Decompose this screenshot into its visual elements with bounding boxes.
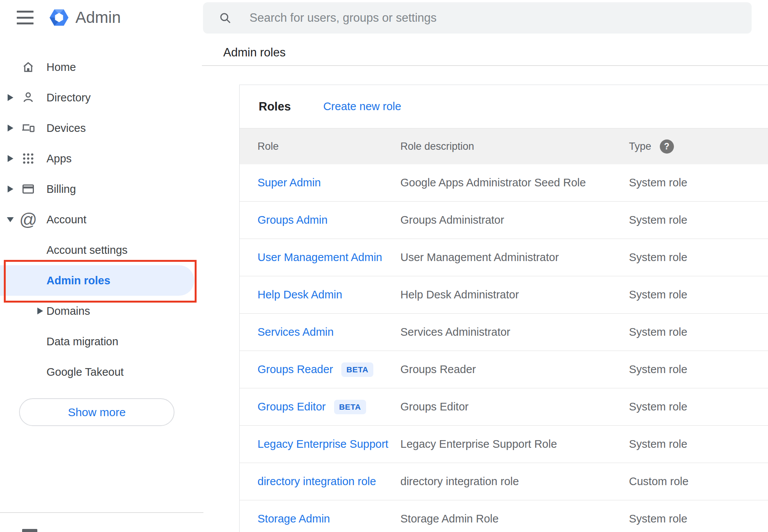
sidebar-item-label: Account	[46, 213, 86, 226]
hamburger-menu-icon[interactable]	[17, 11, 34, 24]
role-type: System role	[629, 326, 768, 338]
sidebar-subitem[interactable]: Data migration	[0, 326, 203, 357]
create-new-role-link[interactable]: Create new role	[323, 100, 401, 113]
search-icon	[218, 11, 232, 25]
header-divider	[202, 65, 768, 66]
roles-title: Roles	[259, 100, 291, 114]
column-header-description: Role description	[400, 141, 629, 152]
sidebar-item[interactable]: @ Account	[0, 204, 203, 235]
role-link[interactable]: Super Admin	[258, 176, 321, 189]
sidebar-subitem-label: Data migration	[46, 335, 118, 348]
expand-caret-icon[interactable]	[36, 308, 44, 314]
at-icon: @	[19, 213, 37, 226]
search-bar[interactable]	[203, 2, 752, 34]
sidebar-item[interactable]: Apps	[0, 143, 203, 174]
beta-badge: BETA	[334, 400, 366, 414]
table-row: Groups Admin Groups Administrator System…	[240, 202, 768, 239]
credit-card-icon	[21, 182, 35, 196]
role-type: Custom role	[629, 475, 768, 488]
sidebar-subitem-label: Admin roles	[46, 274, 110, 287]
role-description: User Management Administrator	[400, 251, 629, 264]
sidebar-item-label: Apps	[46, 152, 72, 165]
role-cell: Groups Admin	[258, 214, 400, 226]
sidebar-item-label: Directory	[46, 91, 91, 104]
role-type: System role	[629, 401, 768, 413]
sidebar-subitem[interactable]: Domains	[0, 296, 203, 326]
role-type: System role	[629, 363, 768, 376]
sidebar-subitem[interactable]: Account settings	[0, 235, 203, 265]
search-input[interactable]	[249, 11, 707, 25]
expand-caret-icon[interactable]	[5, 155, 15, 162]
column-header-type: Type ?	[629, 139, 768, 154]
table-row: Groups Reader BETA Groups Reader System …	[240, 351, 768, 388]
expand-caret-icon[interactable]	[5, 186, 15, 192]
role-link[interactable]: User Management Admin	[258, 251, 382, 264]
role-type: System role	[629, 288, 768, 301]
sidebar-item[interactable]: Billing	[0, 174, 203, 204]
role-link[interactable]: Help Desk Admin	[258, 288, 342, 301]
role-type: System role	[629, 214, 768, 226]
expand-caret-icon[interactable]	[5, 125, 15, 131]
show-more-button[interactable]: Show more	[19, 398, 174, 426]
role-description: Groups Editor	[400, 401, 629, 413]
question-mark-icon[interactable]: ?	[660, 139, 674, 154]
roles-card-header: Roles Create new role	[240, 85, 768, 128]
sidebar-subitem-label: Domains	[46, 305, 90, 317]
table-row: Groups Editor BETA Groups Editor System …	[240, 388, 768, 426]
sidebar-subitem[interactable]: Google Takeout	[0, 357, 203, 387]
sidebar-item-label: Devices	[46, 122, 86, 135]
role-description: Legacy Enterprise Support Role	[400, 438, 629, 450]
table-row: Legacy Enterprise Support Legacy Enterpr…	[240, 426, 768, 463]
role-link[interactable]: Services Admin	[258, 326, 334, 338]
expand-caret-icon[interactable]	[5, 217, 15, 222]
role-description: Groups Reader	[400, 363, 629, 376]
page-title: Admin roles	[223, 46, 286, 59]
table-row: Super Admin Google Apps Administrator Se…	[240, 164, 768, 202]
admin-logo-icon	[49, 7, 69, 28]
role-link[interactable]: directory integration role	[258, 475, 376, 488]
devices-icon	[21, 121, 35, 135]
role-link[interactable]: Groups Reader	[258, 363, 333, 376]
column-header-type-label: Type	[629, 141, 651, 152]
role-description: Help Desk Administrator	[400, 288, 629, 301]
table-row: User Management Admin User Management Ad…	[240, 239, 768, 276]
column-header-role: Role	[258, 141, 400, 152]
sidebar-subitem[interactable]: Admin roles	[0, 265, 194, 296]
sidebar-divider	[0, 512, 203, 513]
sidebar-item[interactable]: Devices	[0, 113, 203, 143]
sidebar-item[interactable]: Home	[0, 52, 203, 82]
role-type: System role	[629, 176, 768, 189]
role-link[interactable]: Legacy Enterprise Support	[258, 438, 388, 450]
table-row: Services Admin Services Administrator Sy…	[240, 314, 768, 351]
role-link[interactable]: Groups Admin	[258, 214, 328, 226]
roles-card: Roles Create new role Role Role descript…	[239, 85, 768, 532]
sidebar-nav: Home Directory Devices	[0, 52, 203, 387]
cut-off-icon	[22, 529, 37, 532]
role-description: Groups Administrator	[400, 214, 629, 226]
sidebar-subitem-label: Google Takeout	[46, 366, 124, 378]
table-row: directory integration role directory int…	[240, 463, 768, 500]
role-cell: Services Admin	[258, 326, 400, 338]
role-cell: directory integration role	[258, 475, 400, 488]
role-cell: Super Admin	[258, 176, 400, 189]
role-description: Services Administrator	[400, 326, 629, 338]
table-row: Storage Admin Storage Admin Role System …	[240, 500, 768, 532]
expand-caret-icon[interactable]	[5, 94, 15, 101]
role-cell: Groups Reader BETA	[258, 362, 400, 377]
role-type: System role	[629, 438, 768, 450]
role-type: System role	[629, 251, 768, 264]
role-type: System role	[629, 513, 768, 525]
role-cell: Groups Editor BETA	[258, 400, 400, 414]
home-icon	[21, 60, 35, 74]
person-icon	[21, 91, 35, 104]
sidebar-item-label: Billing	[46, 183, 76, 195]
role-link[interactable]: Groups Editor	[258, 401, 326, 413]
sidebar-item-label: Home	[46, 61, 76, 74]
role-link[interactable]: Storage Admin	[258, 513, 330, 525]
role-description: Google Apps Administrator Seed Role	[400, 176, 629, 189]
role-cell: Legacy Enterprise Support	[258, 438, 400, 450]
sidebar-item[interactable]: Directory	[0, 82, 203, 113]
sidebar: Admin Home Directory	[0, 0, 203, 532]
google-admin-console: Admin Home Directory	[0, 0, 768, 532]
apps-grid-icon	[21, 152, 35, 165]
